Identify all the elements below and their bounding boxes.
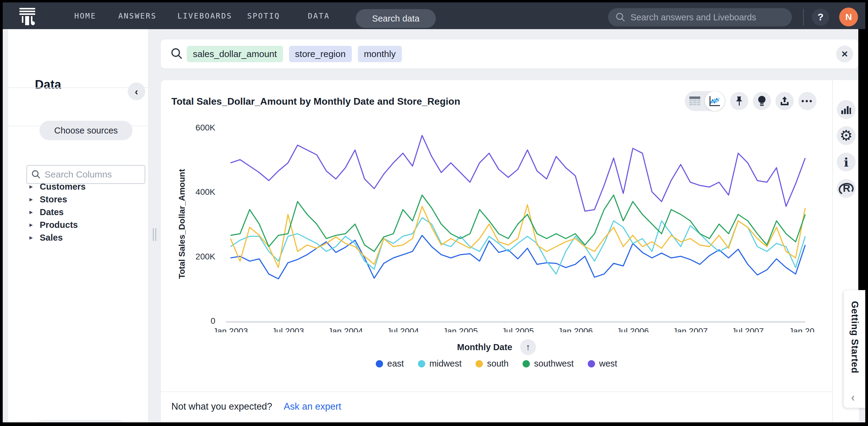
spotiq-insights-button[interactable] [753, 92, 771, 110]
nav-tab-liveboards[interactable]: LIVEBOARDS [178, 2, 232, 29]
ellipsis-icon: ••• [801, 96, 813, 106]
caret-right-icon[interactable]: ▸ [29, 195, 40, 203]
pin-icon [735, 96, 744, 106]
answer-title: Total Sales_Dollar_Amount by Monthly Dat… [172, 96, 460, 107]
chart-mode-button[interactable] [705, 91, 725, 111]
caret-right-icon[interactable]: ▸ [29, 221, 40, 229]
legend-label: east [387, 359, 404, 369]
divider [8, 126, 148, 126]
footer-question: Not what you expected? [172, 401, 272, 412]
global-search-input[interactable]: Search answers and Liveboards [608, 8, 792, 26]
x-tick-label: Jan 20... [789, 327, 821, 332]
display-mode-toggle [685, 91, 725, 111]
legend-label: southwest [534, 359, 574, 369]
answer-toolbar: ••• [685, 91, 816, 111]
search-icon [170, 47, 183, 60]
global-search-placeholder: Search answers and Liveboards [630, 12, 756, 23]
x-tick-label: Jul 2006 [617, 327, 649, 332]
tree-item-customers[interactable]: ▸ Customers [29, 180, 86, 193]
pin-to-liveboard-button[interactable] [730, 92, 748, 110]
nav-tab-spotiq[interactable]: SPOTIQ [247, 2, 280, 29]
help-button[interactable]: ? [812, 8, 829, 26]
collapse-panel-button[interactable]: ‹ [128, 83, 145, 100]
x-tick-label: Jul 2007 [732, 327, 764, 332]
query-tokens: sales_dollar_amount store_region monthly [187, 46, 402, 62]
source-tree: ▸ Customers ▸ Stores ▸ Dates ▸ Products … [29, 180, 86, 244]
caret-right-icon[interactable]: ▸ [29, 183, 40, 190]
line-chart[interactable]: 600K400K200K0Jan 2003Jul 2003Jan 2004Jul… [170, 120, 825, 332]
nav-tab-data[interactable]: DATA [308, 2, 330, 29]
y-tick-label: 400K [196, 187, 216, 196]
frame-top [0, 0, 868, 2]
clear-search-button[interactable]: ✕ [836, 45, 853, 62]
getting-started-tab[interactable]: Getting Started ‹ [844, 290, 865, 408]
info-icon: i [844, 155, 848, 169]
legend-dot-icon [588, 360, 595, 367]
more-options-button[interactable]: ••• [798, 92, 816, 110]
x-tick-label: Jan 2005 [443, 327, 478, 332]
x-axis-title: Monthly Date [457, 342, 512, 352]
r-analysis-button[interactable]: R [837, 179, 856, 198]
info-button[interactable]: i [837, 153, 856, 172]
table-mode-button[interactable] [685, 91, 705, 111]
nav-tab-answers[interactable]: ANSWERS [118, 2, 156, 29]
arrow-up-icon: ↑ [526, 342, 530, 352]
chart-legend: eastmidwestsouthsouthwestwest [161, 359, 832, 369]
legend-dot-icon [376, 360, 383, 367]
ask-an-expert-link[interactable]: Ask an expert [284, 401, 341, 412]
token-store-region[interactable]: store_region [289, 46, 352, 62]
x-tick-label: Jan 2006 [558, 327, 593, 332]
answer-footer: Not what you expected? Ask an expert [172, 401, 341, 412]
caret-right-icon[interactable]: ▸ [29, 208, 40, 216]
settings-button[interactable]: ⚙ [837, 126, 856, 145]
getting-started-label: Getting Started [849, 301, 860, 373]
series-line-midwest [230, 218, 805, 274]
token-monthly[interactable]: monthly [358, 46, 402, 62]
series-line-west [230, 135, 805, 211]
lightbulb-icon [757, 96, 766, 106]
r-logo-icon: R [839, 182, 854, 194]
line-chart-icon [709, 96, 721, 106]
chart-config-button[interactable] [837, 100, 856, 119]
search-data-button[interactable]: Search data [356, 9, 436, 28]
x-tick-label: Jul 2004 [387, 327, 419, 332]
x-tick-label: Jan 2004 [328, 327, 363, 332]
series-line-east [230, 236, 805, 279]
search-columns-placeholder: Search Columns [44, 169, 112, 180]
legend-dot-icon [523, 360, 530, 367]
share-button[interactable] [775, 92, 794, 110]
x-tick-label: Jan 2007 [673, 327, 708, 332]
sort-ascending-button[interactable]: ↑ [520, 339, 536, 355]
x-tick-label: Jul 2005 [502, 327, 534, 332]
tree-item-sales[interactable]: ▸ Sales [29, 231, 86, 244]
close-icon: ✕ [841, 49, 848, 59]
table-icon [689, 96, 701, 106]
user-avatar[interactable]: N [839, 8, 858, 26]
choose-sources-button[interactable]: Choose sources [39, 121, 132, 140]
tree-item-products[interactable]: ▸ Products [29, 218, 86, 231]
thoughtspot-logo-icon[interactable] [19, 8, 36, 25]
legend-dot-icon [475, 360, 483, 367]
tree-item-stores[interactable]: ▸ Stores [29, 193, 86, 206]
frame-left [0, 0, 3, 426]
screen: HOME ANSWERS LIVEBOARDS SPOTIQ DATA Sear… [0, 0, 868, 426]
y-tick-label: 200K [196, 252, 216, 261]
frame-bottom [0, 422, 868, 426]
caret-right-icon[interactable]: ▸ [29, 234, 40, 242]
nav-tab-home[interactable]: HOME [74, 2, 96, 29]
legend-item-west[interactable]: west [588, 359, 618, 369]
tree-item-dates[interactable]: ▸ Dates [29, 206, 86, 218]
token-sales-dollar-amount[interactable]: sales_dollar_amount [187, 46, 283, 62]
gear-icon: ⚙ [839, 128, 852, 143]
panel-resize-handle[interactable] [153, 228, 156, 241]
share-upload-icon [780, 96, 789, 106]
y-tick-label: 0 [211, 316, 215, 326]
legend-item-east[interactable]: east [376, 359, 404, 369]
legend-dot-icon [418, 360, 425, 367]
legend-item-south[interactable]: south [475, 359, 508, 369]
x-axis-label-row: Monthly Date ↑ [161, 339, 832, 355]
legend-item-southwest[interactable]: southwest [523, 359, 574, 369]
x-tick-label: Jan 2003 [213, 327, 248, 332]
legend-item-midwest[interactable]: midwest [418, 359, 462, 369]
data-panel-title: Data [35, 78, 61, 91]
